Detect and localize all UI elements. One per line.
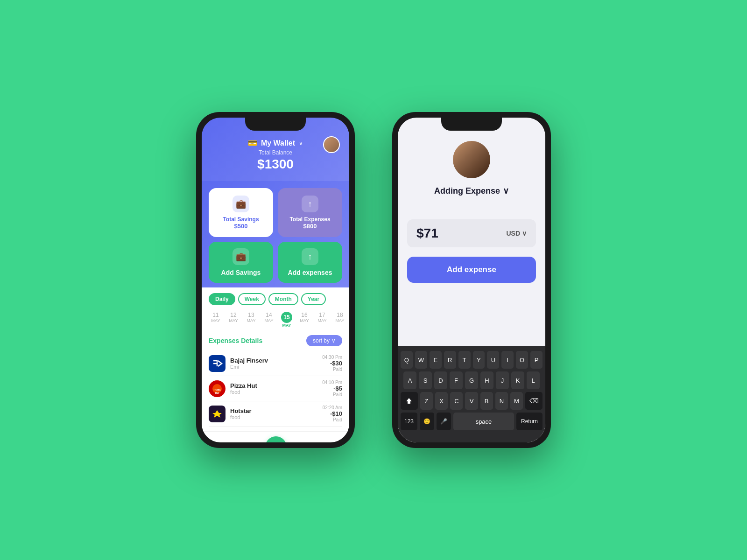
- keyboard: Q W E R T Y U I O P A S D F G H J K L: [398, 346, 545, 442]
- svg-text:Hut: Hut: [215, 392, 219, 394]
- key-g[interactable]: G: [465, 371, 478, 389]
- cards-grid: 💼 Total Savings $500 ↑ Total Expenses $8…: [209, 188, 342, 283]
- add-expense-button[interactable]: Add expense: [407, 257, 536, 283]
- add-savings-icon: 💼: [233, 248, 249, 265]
- expense-right-pizza: 04:10 Pm -$5 Paid: [322, 380, 342, 397]
- phone-add-expense: Adding Expense ∨ $71 USD ∨ Add expense Q…: [392, 112, 551, 448]
- shift-key[interactable]: [401, 392, 418, 410]
- expenses-header: Expenses Details sort by ∨: [209, 335, 342, 346]
- savings-card[interactable]: 💼 Total Savings $500: [209, 188, 273, 237]
- amount-value: $71: [416, 226, 438, 241]
- date-item[interactable]: 16MAY: [297, 312, 311, 328]
- key-e[interactable]: E: [430, 351, 442, 369]
- expense-info-pizza: Pizza Hut food: [230, 382, 317, 395]
- key-c[interactable]: C: [450, 392, 463, 410]
- key-l[interactable]: L: [527, 371, 540, 389]
- expense-sub: food: [230, 414, 318, 420]
- add-savings-card[interactable]: 💼 Add Savings: [209, 242, 273, 283]
- date-item[interactable]: 14MAY: [262, 312, 276, 328]
- nav-profile[interactable]: 👤: [329, 441, 341, 442]
- sort-label: sort by: [313, 337, 330, 344]
- phone-notch: [245, 118, 306, 131]
- key-z[interactable]: Z: [420, 392, 433, 410]
- key-q[interactable]: Q: [401, 351, 413, 369]
- expense-right-bajaj: 04:30 Pm -$30 Paid: [322, 355, 342, 372]
- key-r[interactable]: R: [444, 351, 456, 369]
- tab-month[interactable]: Month: [268, 293, 298, 305]
- key-o[interactable]: O: [516, 351, 528, 369]
- date-item[interactable]: 11MAY: [209, 312, 223, 328]
- key-123[interactable]: 123: [401, 413, 417, 430]
- amount-row: $71 USD ∨: [407, 219, 536, 247]
- date-item[interactable]: 12MAY: [226, 312, 240, 328]
- date-strip: 11MAY 12MAY 13MAY 14MAY 15MAY 16MAY 17MA…: [202, 309, 349, 330]
- profile-icon: 👤: [329, 441, 341, 442]
- nav-grid[interactable]: ⊞: [304, 441, 312, 442]
- tab-week[interactable]: Week: [238, 293, 266, 305]
- expenses-section: Expenses Details sort by ∨ Bajaj Finserv: [202, 330, 349, 431]
- expense-item-pizza[interactable]: Pizza Hut Pizza Hut food 04:10 Pm -$5 Pa…: [209, 376, 342, 401]
- key-j[interactable]: J: [496, 371, 509, 389]
- wallet-screen: 💳 My Wallet ∨ Total Balance $1300 💼 Tota…: [202, 118, 349, 442]
- key-f[interactable]: F: [450, 371, 463, 389]
- expense-sub: Emi: [230, 364, 317, 370]
- delete-key[interactable]: ⌫: [525, 392, 543, 410]
- expense-status: Paid: [323, 417, 342, 422]
- expense-item-bajaj[interactable]: Bajaj Finserv Emi 04:30 Pm -$30 Paid: [209, 351, 342, 376]
- nav-shopping[interactable]: 🛍: [239, 442, 248, 443]
- key-v[interactable]: V: [465, 392, 478, 410]
- savings-label: Total Savings: [223, 216, 259, 223]
- balance-label: Total Balance: [211, 149, 340, 156]
- sort-button[interactable]: sort by ∨: [306, 335, 342, 346]
- key-s[interactable]: S: [419, 371, 432, 389]
- tab-daily[interactable]: Daily: [209, 293, 235, 305]
- add-expenses-card[interactable]: ↑ Add expenses: [278, 242, 342, 283]
- expense-status: Paid: [322, 367, 342, 372]
- date-item[interactable]: 13MAY: [244, 312, 258, 328]
- key-d[interactable]: D: [434, 371, 447, 389]
- space-key[interactable]: space: [453, 413, 514, 430]
- grid-icon: ⊞: [304, 441, 312, 442]
- keyboard-row-4: 123 🙂 🎤 space Return: [401, 413, 543, 430]
- add-expense-header: Adding Expense ∨: [398, 118, 545, 205]
- date-item[interactable]: 18MAY: [333, 312, 347, 328]
- nav-home[interactable]: 🏠: [210, 441, 222, 442]
- avatar-image: [453, 141, 490, 178]
- mic-key[interactable]: 🎤: [437, 413, 451, 430]
- key-u[interactable]: U: [487, 351, 499, 369]
- fab-add-button[interactable]: +: [265, 436, 287, 442]
- key-p[interactable]: P: [530, 351, 543, 369]
- key-x[interactable]: X: [435, 392, 448, 410]
- expenses-value: $800: [303, 223, 317, 230]
- date-item[interactable]: 17MAY: [315, 312, 329, 328]
- key-y[interactable]: Y: [473, 351, 485, 369]
- expense-item-hotstar[interactable]: Hotstar food 02:20 Am -$10 Paid: [209, 401, 342, 427]
- add-expense-screen: Adding Expense ∨ $71 USD ∨ Add expense Q…: [398, 118, 545, 442]
- shopping-icon: 🛍: [239, 442, 248, 443]
- key-b[interactable]: B: [480, 392, 493, 410]
- tab-year[interactable]: Year: [301, 293, 326, 305]
- expenses-card[interactable]: ↑ Total Expenses $800: [278, 188, 342, 237]
- key-i[interactable]: I: [501, 351, 514, 369]
- key-m[interactable]: M: [510, 392, 523, 410]
- key-k[interactable]: K: [511, 371, 524, 389]
- savings-value: $500: [234, 223, 248, 230]
- avatar-large: [453, 141, 490, 178]
- key-h[interactable]: H: [480, 371, 493, 389]
- sort-chevron-icon: ∨: [331, 337, 336, 344]
- key-t[interactable]: T: [458, 351, 471, 369]
- key-n[interactable]: N: [495, 392, 508, 410]
- currency-label: USD: [506, 230, 520, 237]
- expenses-title: Expenses Details: [209, 337, 262, 344]
- phone-wallet: 💳 My Wallet ∨ Total Balance $1300 💼 Tota…: [196, 112, 355, 448]
- key-a[interactable]: A: [403, 371, 416, 389]
- chevron-down-icon[interactable]: ∨: [299, 140, 303, 147]
- expense-amount: -$30: [322, 360, 342, 367]
- date-item-active[interactable]: 15MAY: [280, 312, 294, 328]
- emoji-key[interactable]: 🙂: [420, 413, 434, 430]
- expenses-label: Total Expenses: [289, 216, 330, 223]
- expense-name: Pizza Hut: [230, 382, 317, 389]
- key-w[interactable]: W: [415, 351, 427, 369]
- currency-selector[interactable]: USD ∨: [506, 230, 527, 237]
- return-key[interactable]: Return: [516, 413, 543, 430]
